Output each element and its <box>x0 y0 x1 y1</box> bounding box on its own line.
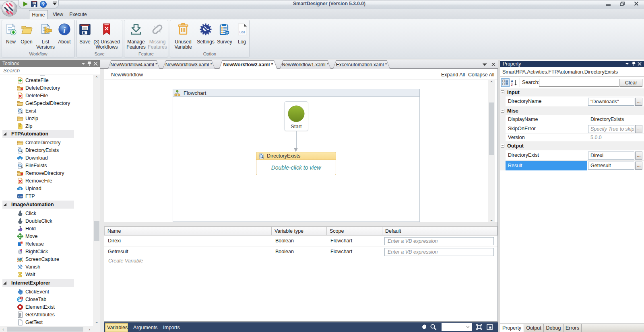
svg-text:?: ? <box>42 2 45 7</box>
svg-text:i: i <box>63 25 66 35</box>
svg-text:LOG: LOG <box>239 31 245 34</box>
svg-text:Z: Z <box>511 83 513 86</box>
